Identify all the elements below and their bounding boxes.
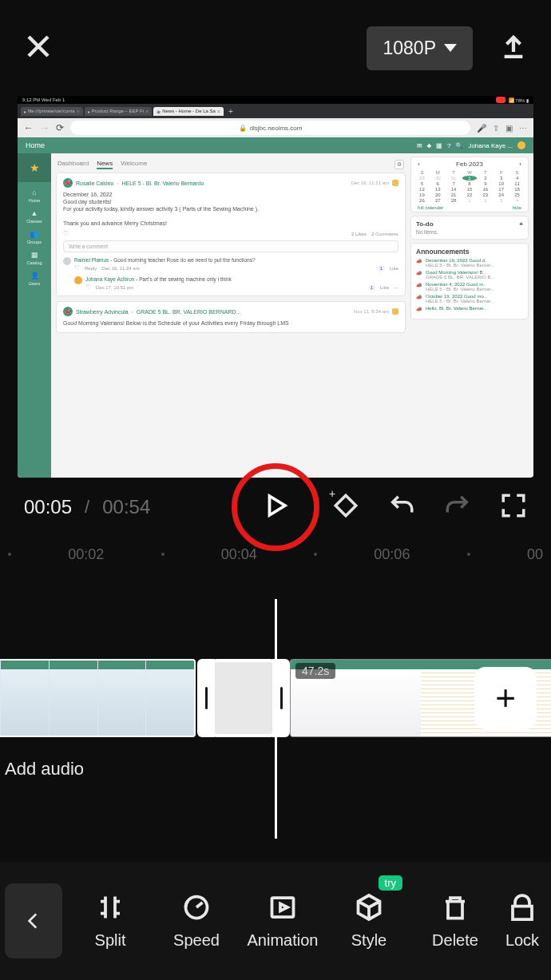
tag-icon bbox=[392, 308, 398, 315]
clip-duration: 47.2s bbox=[295, 663, 335, 679]
commenter-avatar bbox=[63, 257, 71, 265]
selected-clip[interactable] bbox=[212, 659, 276, 737]
more-icon: ⋯ bbox=[519, 124, 527, 133]
help-icon: ? bbox=[447, 142, 450, 149]
share-icon: ⇪ bbox=[493, 124, 499, 133]
undo-button[interactable] bbox=[388, 492, 415, 522]
ruler-time: 00 bbox=[527, 546, 543, 563]
browser-tab: ▸file:///private/var/conta× bbox=[21, 107, 83, 116]
announcements-widget: Announcements 📣December 16, 2022 Good d.… bbox=[410, 243, 529, 319]
heart-icon: ♡ bbox=[63, 230, 69, 237]
preview-content: 9:12 PM Wed Feb 1 📶 78% ▮ ▸file:///priva… bbox=[18, 96, 533, 478]
tab-plus-icon: + bbox=[225, 107, 236, 116]
fullscreen-button[interactable] bbox=[500, 492, 527, 522]
tab-welcome: Welcome bbox=[121, 160, 147, 169]
redo-button[interactable] bbox=[444, 492, 471, 522]
resolution-dropdown[interactable]: 1080P bbox=[367, 26, 473, 70]
delete-button[interactable]: Delete bbox=[412, 893, 498, 950]
tag-icon bbox=[392, 180, 398, 186]
sidebar-item-home: ⌂Home bbox=[29, 188, 41, 203]
todo-widget: To-do+ No items. bbox=[410, 216, 529, 240]
video-preview[interactable]: 9:12 PM Wed Feb 1 📶 78% ▮ ▸file:///priva… bbox=[18, 96, 533, 478]
browser-tab: ▸Product Range – EEP Fi× bbox=[85, 107, 152, 116]
sidebar-item-groups: 👥Groups bbox=[27, 230, 42, 244]
toolbar-back-button[interactable] bbox=[5, 883, 62, 958]
status-time: 9:12 PM Wed Feb 1 bbox=[22, 97, 65, 102]
add-clip-button[interactable]: + bbox=[474, 667, 537, 729]
user-avatar-icon: 📣 bbox=[63, 178, 73, 188]
ruler-tick bbox=[8, 553, 11, 556]
clip-handle-left[interactable] bbox=[197, 659, 215, 737]
news-post: 📣 Rosalie Caldeo › HELE 5 - Bl. Br. Vale… bbox=[56, 173, 406, 296]
style-button[interactable]: try Style bbox=[326, 893, 412, 950]
avatar bbox=[517, 141, 525, 149]
sidebar-item-classes: ▲Classes bbox=[26, 209, 42, 224]
lock-button[interactable]: Lock bbox=[498, 893, 546, 950]
address-bar: 🔒dlsjbc.neolms.com bbox=[70, 121, 470, 135]
ruler-time: 00:02 bbox=[68, 546, 104, 563]
timeline[interactable]: 47.2s + Add audio bbox=[0, 599, 551, 839]
ruler-time: 00:04 bbox=[221, 546, 257, 563]
user-avatar-icon: 📣 bbox=[63, 307, 73, 316]
tab-news: News bbox=[97, 160, 113, 169]
page-title: Home bbox=[26, 141, 45, 149]
close-button[interactable] bbox=[24, 32, 53, 64]
tabs-count-icon: ▣ bbox=[505, 124, 513, 133]
bell-icon: ♣ bbox=[427, 142, 431, 149]
add-audio-button[interactable]: Add audio bbox=[5, 759, 84, 780]
play-button[interactable] bbox=[261, 491, 290, 523]
split-button[interactable]: Split bbox=[67, 893, 153, 950]
time-separator: / bbox=[85, 497, 89, 518]
browser-tab-active: ◉News - Home - De La Sa× bbox=[153, 107, 224, 116]
ruler-tick bbox=[161, 553, 165, 556]
browser-tabs: ▸file:///private/var/conta× ▸Product Ran… bbox=[18, 104, 533, 118]
mail-icon: ✉ bbox=[417, 142, 422, 149]
user-name: Johana Kaye ... bbox=[468, 142, 513, 149]
export-button[interactable] bbox=[500, 33, 527, 63]
timeline-ruler[interactable]: 00:02 00:04 00:06 00 bbox=[0, 540, 551, 569]
ruler-tick bbox=[314, 553, 317, 556]
caret-down-icon bbox=[444, 44, 457, 52]
animation-button[interactable]: Animation bbox=[240, 893, 326, 950]
current-time: 00:05 bbox=[24, 496, 72, 518]
forward-arrow-icon: → bbox=[40, 122, 50, 133]
reload-icon: ⟳ bbox=[56, 122, 64, 133]
sidebar-item-users: 👤Users bbox=[29, 272, 40, 286]
speed-button[interactable]: Speed bbox=[153, 893, 240, 950]
resolution-label: 1080P bbox=[383, 38, 436, 59]
school-logo: ★ bbox=[18, 153, 51, 182]
search-icon: 🔍 bbox=[455, 142, 463, 149]
play-button-highlight bbox=[232, 463, 319, 551]
news-post: 📣 Strawberry Advincula › GRADE 5 BL. BR.… bbox=[56, 301, 406, 332]
gear-icon: ⚙ bbox=[394, 160, 404, 169]
keyframe-button[interactable] bbox=[332, 492, 359, 522]
playhead[interactable] bbox=[275, 599, 277, 839]
back-arrow-icon: ← bbox=[24, 122, 34, 133]
ruler-tick bbox=[467, 553, 470, 556]
sidebar-item-catalog: ▦Catalog bbox=[27, 251, 42, 265]
ruler-time: 00:06 bbox=[374, 546, 410, 563]
commenter-avatar bbox=[74, 276, 82, 284]
try-badge: try bbox=[379, 875, 402, 891]
calendar-widget: ‹Feb 2023› SMTWTFS2930311234567891011121… bbox=[410, 157, 529, 212]
video-clip[interactable] bbox=[0, 659, 196, 737]
mic-icon: 🎤 bbox=[477, 124, 486, 133]
calendar-icon: ▦ bbox=[436, 142, 442, 149]
tab-dashboard: Dashboard bbox=[57, 160, 89, 169]
status-battery: 📶 78% ▮ bbox=[509, 97, 529, 103]
recording-indicator bbox=[496, 97, 505, 103]
comment-input: Write a comment bbox=[63, 240, 398, 252]
total-time: 00:54 bbox=[102, 496, 150, 518]
